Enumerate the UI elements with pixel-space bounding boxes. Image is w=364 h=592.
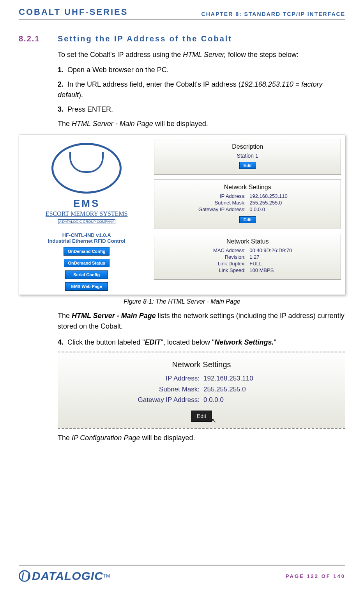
revision-value: 1.27: [249, 254, 308, 260]
ems-logo-text: EMS: [23, 197, 150, 210]
fig2-title: Network Settings: [58, 359, 345, 370]
ctrl-version: HF-CNTL-IND v1.0.A: [23, 232, 150, 238]
ip-value: 192.168.253.110: [249, 193, 308, 199]
step-num: 3.: [58, 105, 64, 113]
fig2-ip-value: 192.168.253.110: [203, 373, 281, 384]
para2-bold: HTML Server - Main Page: [72, 312, 156, 320]
mac-label: MAC Address:: [187, 247, 246, 253]
page-number: PAGE 122 OF 140: [286, 573, 345, 579]
fig2-subnet-value: 255.255.255.0: [203, 384, 281, 395]
network-status-panel: Network Status MAC Address:00:40:9D:26:D…: [154, 234, 341, 280]
display-italic: HTML Server - Main Page: [72, 120, 153, 128]
description-panel: Description Station 1 Edit: [154, 139, 341, 175]
subnet-value: 255.255.255.0: [249, 200, 308, 206]
trademark: TM: [103, 573, 110, 579]
display2-text: will be displayed.: [140, 434, 195, 442]
section-number: 8.2.1: [19, 34, 58, 43]
step-text: Press ENTER.: [67, 105, 113, 113]
section-title: Setting the IP Address of the Cobalt: [58, 34, 232, 43]
datalogic-logo-icon: [19, 570, 30, 582]
mac-value: 00:40:9D:26:D9:70: [249, 247, 308, 253]
edit-description-button[interactable]: Edit: [239, 162, 256, 169]
ondemand-status-button[interactable]: OnDemand Status: [64, 259, 110, 267]
fig2-subnet-label: Subnet Mask:: [122, 384, 200, 395]
figure-network-settings: Network Settings IP Address:192.168.253.…: [58, 352, 345, 429]
ctrl-desc: Industrial Ethernet RFID Control: [23, 238, 150, 244]
ondemand-config-button[interactable]: OnDemand Config: [64, 247, 110, 256]
step-num: 2.: [58, 80, 64, 88]
ems-logo-icon: [51, 143, 122, 194]
display2-italic: IP Configuration Page: [72, 434, 140, 442]
speed-label: Link Speed:: [187, 267, 246, 273]
step-text: In the URL address field, enter the Coba…: [67, 80, 241, 88]
step-text: ).: [79, 91, 83, 99]
gateway-label: Gateway IP Address:: [187, 206, 246, 212]
cursor-icon: ↖: [211, 416, 216, 425]
ems-web-page-button[interactable]: EMS Web Page: [65, 282, 108, 291]
para2-text: The: [58, 312, 72, 320]
network-status-title: Network Status: [154, 238, 341, 245]
figure-caption: Figure 8-1: The HTML Server - Main Page: [19, 298, 345, 305]
intro-italic: HTML Server,: [183, 51, 226, 59]
speed-value: 100 MBPS: [249, 267, 308, 273]
gateway-value: 0.0.0.0: [249, 206, 308, 212]
datalogic-logo: DATALOGICTM: [19, 569, 110, 583]
step-bold: Network Settings.: [214, 338, 274, 346]
revision-label: Revision:: [187, 254, 246, 260]
footer-rule: [19, 565, 345, 565]
intro-text: To set the Cobalt's IP address using the: [58, 51, 183, 59]
ip-label: IP Address:: [187, 193, 246, 199]
duplex-label: Link Duplex:: [187, 261, 246, 267]
fig2-edit-button[interactable]: Edit↖: [191, 411, 212, 422]
ems-logo-sub2: A DATALOGIC GROUP COMPANY: [58, 219, 115, 224]
network-settings-panel: Network Settings IP Address:192.168.253.…: [154, 180, 341, 229]
fig2-gateway-value: 0.0.0.0: [203, 395, 281, 405]
datalogic-logo-text: DATALOGIC: [32, 569, 103, 583]
step-num: 1.: [58, 66, 64, 74]
display-text: will be displayed.: [153, 120, 208, 128]
figure-main-page: EMS ESCORT MEMORY SYSTEMS A DATALOGIC GR…: [19, 135, 345, 295]
step-num: 4.: [58, 338, 64, 346]
step-text: Open a Web browser on the PC.: [67, 66, 169, 74]
fig2-gateway-label: Gateway IP Address:: [122, 395, 200, 405]
serial-config-button[interactable]: Serial Config: [65, 270, 108, 279]
step-text: Click the button labeled ": [67, 338, 145, 346]
edit-network-button[interactable]: Edit: [239, 216, 256, 223]
step-text: ", located below ": [161, 338, 215, 346]
network-settings-title: Network Settings: [154, 184, 341, 191]
step-bold: EDIT: [145, 338, 161, 346]
display-text: The: [58, 120, 72, 128]
subnet-label: Subnet Mask:: [187, 200, 246, 206]
display2-text: The: [58, 434, 72, 442]
header-rule: [19, 20, 345, 20]
header-chapter: CHAPTER 8: STANDARD TCP/IP INTERFACE: [201, 11, 345, 17]
header-product: COBALT UHF-SERIES: [19, 7, 128, 17]
duplex-value: FULL: [249, 261, 308, 267]
description-value: Station 1: [154, 153, 341, 159]
description-title: Description: [154, 143, 341, 150]
intro-text-end: follow the steps below:: [226, 51, 299, 59]
fig2-ip-label: IP Address:: [122, 373, 200, 384]
step-text: ": [274, 338, 276, 346]
ems-logo-sub: ESCORT MEMORY SYSTEMS: [23, 210, 150, 217]
